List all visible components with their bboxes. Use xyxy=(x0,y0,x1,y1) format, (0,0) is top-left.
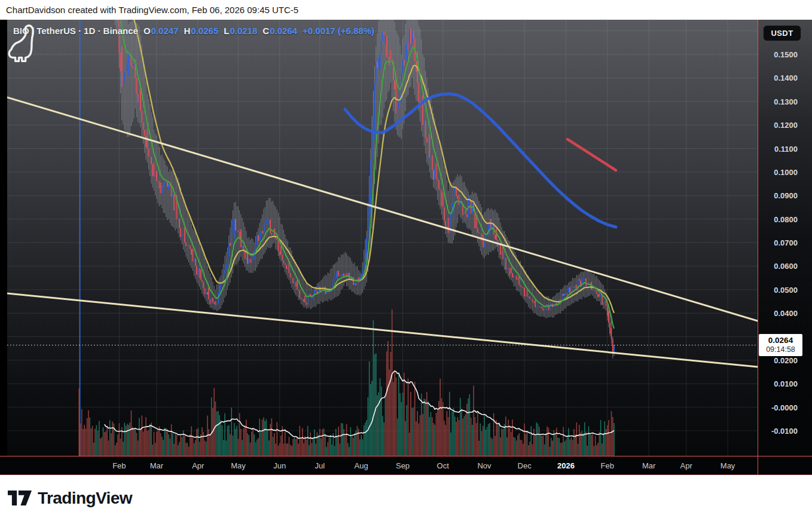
price-axis-label: 0.0500 xyxy=(758,285,798,294)
time-axis-label: May xyxy=(721,461,735,470)
currency-toggle-button[interactable]: USDT xyxy=(763,25,801,41)
price-axis-label: 0.0400 xyxy=(758,309,798,318)
price-axis[interactable]: USDT 0.15000.14000.13000.12000.11000.100… xyxy=(758,20,812,475)
price-axis-label: -0.0100 xyxy=(758,426,798,435)
time-axis-label: Oct xyxy=(437,461,449,470)
price-axis-label: 0.0800 xyxy=(758,214,798,223)
chart-pane[interactable]: BIO / TetherUS · 1D · Binance O0.0247 H0… xyxy=(7,20,758,456)
bar-countdown: 09:14:58 xyxy=(759,345,802,354)
tradingview-logo-icon[interactable] xyxy=(8,491,32,505)
time-axis-label: Dec xyxy=(518,461,532,470)
time-axis-label: Apr xyxy=(192,461,204,470)
attribution-bar: ChartDavidson created with TradingView.c… xyxy=(0,0,812,20)
time-axis-label: Aug xyxy=(355,461,368,470)
price-axis-label: 0.1100 xyxy=(758,144,798,153)
time-axis-label: May xyxy=(231,461,246,470)
time-axis-label: Jun xyxy=(273,461,286,470)
time-axis-label: Nov xyxy=(477,461,491,470)
price-axis-label: 0.1000 xyxy=(758,167,798,176)
dino-sticker-icon xyxy=(7,20,35,64)
price-axis-label: 0.0600 xyxy=(758,262,798,271)
tradingview-logo-text[interactable]: TradingView xyxy=(38,489,132,508)
time-axis-label: 2026 xyxy=(557,461,575,470)
time-axis-label: Mar xyxy=(150,461,163,470)
time-axis-label: Jul xyxy=(315,461,325,470)
symbol-legend[interactable]: BIO / TetherUS · 1D · Binance O0.0247 H0… xyxy=(13,26,374,36)
ohlc-high: H0.0265 xyxy=(184,26,219,36)
chart-frame: BIO / TetherUS · 1D · Binance O0.0247 H0… xyxy=(0,20,812,475)
price-axis-label: 0.0100 xyxy=(758,379,798,388)
ohlc-close: C0.0264 xyxy=(262,26,297,36)
time-axis-label: Feb xyxy=(112,461,126,470)
last-price-value: 0.0264 xyxy=(759,335,802,345)
price-axis-label: 0.1300 xyxy=(758,97,798,106)
time-axis[interactable]: FebMarAprMayJunJulAugSepOctNovDec2026Feb… xyxy=(0,456,812,475)
footer-bar: TradingView xyxy=(0,475,812,521)
ohlc-open: O0.0247 xyxy=(144,26,179,36)
price-axis-label: 0.0900 xyxy=(758,191,798,200)
price-axis-label: 0.1500 xyxy=(758,50,798,59)
attribution-text: ChartDavidson created with TradingView.c… xyxy=(6,5,298,15)
change-readout: +0.0017 (+6.88%) xyxy=(303,26,374,36)
time-axis-label: Sep xyxy=(396,461,410,470)
price-axis-label: 0.1400 xyxy=(758,73,798,82)
axis-corner-line xyxy=(758,456,758,474)
price-axis-label: -0.0000 xyxy=(758,403,798,412)
time-axis-label: Feb xyxy=(601,461,614,470)
price-axis-label: 0.1200 xyxy=(758,121,798,130)
last-price-box: 0.0264 09:14:58 xyxy=(759,334,802,356)
price-axis-label: 0.0700 xyxy=(758,238,798,247)
price-axis-label: 0.0200 xyxy=(758,355,798,364)
ohlc-low: L0.0218 xyxy=(224,26,257,36)
time-axis-label: Mar xyxy=(642,461,655,470)
chart-canvas[interactable] xyxy=(7,20,758,456)
time-axis-label: Apr xyxy=(680,461,692,470)
